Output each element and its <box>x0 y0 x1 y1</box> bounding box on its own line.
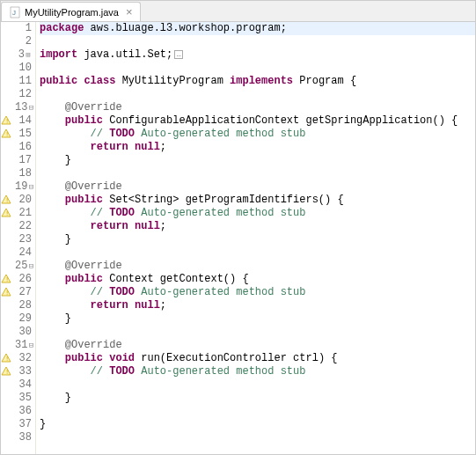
svg-text:!: ! <box>5 276 9 283</box>
gutter-marker: ! <box>1 207 15 220</box>
line-number: 28 <box>15 299 32 312</box>
gutter-marker: ! <box>1 352 15 365</box>
gutter-marker <box>1 220 15 233</box>
gutter-marker <box>1 246 15 260</box>
warning-icon: ! <box>1 128 11 139</box>
code-line[interactable] <box>40 431 475 444</box>
svg-text:!: ! <box>5 369 9 376</box>
fold-collapse-icon[interactable]: ⊟ <box>27 261 34 274</box>
line-number: 17 <box>15 154 32 167</box>
fold-collapse-icon[interactable]: ⊟ <box>27 102 34 115</box>
code-line[interactable] <box>40 35 475 48</box>
line-number: 26 <box>15 273 32 286</box>
code-line[interactable]: @Override <box>40 180 475 194</box>
code-line[interactable]: package aws.bluage.l3.workshop.program; <box>40 22 475 35</box>
line-number: 34 <box>15 378 32 392</box>
gutter-marker <box>1 431 15 444</box>
collapsed-indicator[interactable]: … <box>174 50 183 59</box>
code-line[interactable]: public class MyUtilityProgram implements… <box>40 75 475 88</box>
gutter-marker <box>1 62 15 75</box>
code-line[interactable] <box>40 62 475 75</box>
line-number: 12 <box>15 88 32 101</box>
code-line[interactable]: // TODO Auto-generated method stub <box>40 128 475 141</box>
gutter-marker <box>1 378 15 392</box>
line-number: 1 <box>15 22 32 35</box>
warning-icon: ! <box>1 366 11 377</box>
code-line[interactable]: @Override <box>40 260 475 273</box>
code-line[interactable]: } <box>40 154 475 167</box>
gutter-marker <box>1 88 15 101</box>
code-line[interactable]: import java.util.Set;… <box>40 48 475 62</box>
code-line[interactable] <box>40 405 475 418</box>
warning-icon: ! <box>1 287 11 297</box>
line-number: 31⊟ <box>15 339 32 352</box>
line-number: 10 <box>15 62 32 75</box>
gutter-marker <box>1 233 15 246</box>
gutter-marker <box>1 326 15 339</box>
svg-text:!: ! <box>5 210 9 217</box>
line-number: 11 <box>15 75 32 88</box>
gutter-marker <box>1 101 15 114</box>
svg-text:!: ! <box>5 118 9 125</box>
code-line[interactable]: public ConfigurableApplicationContext ge… <box>40 114 475 128</box>
fold-collapse-icon[interactable]: ⊟ <box>27 340 34 353</box>
line-number: 22 <box>15 220 32 233</box>
code-line[interactable]: } <box>40 392 475 405</box>
line-number: 21 <box>15 207 32 220</box>
line-number: 2 <box>15 35 32 48</box>
close-icon[interactable]: × <box>126 5 133 18</box>
line-number: 25⊟ <box>15 260 32 273</box>
gutter-marker <box>1 418 15 431</box>
gutter-marker <box>1 22 15 35</box>
code-line[interactable]: public Set<String> getProgramIdentifiers… <box>40 194 475 207</box>
line-number: 23 <box>15 233 32 246</box>
editor-tab[interactable]: J MyUtilityProgram.java × <box>1 2 141 21</box>
code-line[interactable]: // TODO Auto-generated method stub <box>40 286 475 299</box>
code-line[interactable]: // TODO Auto-generated method stub <box>40 207 475 220</box>
gutter-marker: ! <box>1 194 15 207</box>
line-number: 18 <box>15 167 32 180</box>
code-area[interactable]: package aws.bluage.l3.workshop.program;i… <box>36 22 475 454</box>
tab-filename: MyUtilityProgram.java <box>25 7 119 18</box>
gutter-marker <box>1 48 15 62</box>
line-number: 27 <box>15 286 32 299</box>
line-number: 36 <box>15 405 32 418</box>
code-line[interactable]: } <box>40 312 475 326</box>
fold-collapse-icon[interactable]: ⊟ <box>27 181 34 194</box>
gutter-marker <box>1 312 15 326</box>
code-line[interactable] <box>40 246 475 260</box>
warning-icon: ! <box>1 115 11 126</box>
code-line[interactable]: return null; <box>40 141 475 154</box>
code-line[interactable]: } <box>40 233 475 246</box>
line-number: 14 <box>15 114 32 128</box>
line-number: 33 <box>15 365 32 378</box>
code-line[interactable] <box>40 167 475 180</box>
line-number: 32 <box>15 352 32 365</box>
gutter-marker <box>1 141 15 154</box>
gutter-marker <box>1 180 15 194</box>
warning-icon: ! <box>1 194 11 205</box>
gutter-marker: ! <box>1 128 15 141</box>
svg-text:!: ! <box>5 356 9 363</box>
code-line[interactable] <box>40 378 475 392</box>
editor: !!!!!!!! 123⊞10111213⊟141516171819⊟20212… <box>1 22 475 454</box>
fold-expand-icon[interactable]: ⊞ <box>25 49 32 62</box>
code-line[interactable] <box>40 88 475 101</box>
code-line[interactable]: } <box>40 418 475 431</box>
gutter-marker: ! <box>1 365 15 378</box>
code-line[interactable]: @Override <box>40 101 475 114</box>
code-line[interactable]: public void run(ExecutionController ctrl… <box>40 352 475 365</box>
code-line[interactable]: return null; <box>40 220 475 233</box>
code-line[interactable]: return null; <box>40 299 475 312</box>
gutter-marker <box>1 339 15 352</box>
gutter-marker <box>1 35 15 48</box>
line-number: 24 <box>15 246 32 260</box>
line-number: 15 <box>15 128 32 141</box>
tab-bar: J MyUtilityProgram.java × <box>1 1 475 22</box>
code-line[interactable]: public Context getContext() { <box>40 273 475 286</box>
warning-icon: ! <box>1 208 11 218</box>
code-line[interactable]: // TODO Auto-generated method stub <box>40 365 475 378</box>
svg-text:!: ! <box>5 131 9 138</box>
code-line[interactable] <box>40 326 475 339</box>
code-line[interactable]: @Override <box>40 339 475 352</box>
